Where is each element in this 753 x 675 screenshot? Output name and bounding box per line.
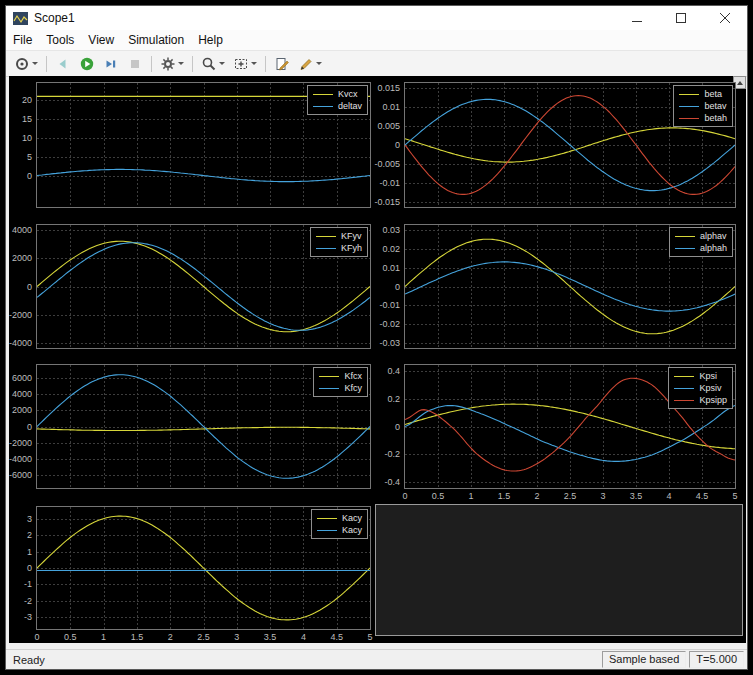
y-tick-label: 0.015 <box>368 83 400 93</box>
y-tick-label: 1 <box>9 547 32 557</box>
legend-label: beta <box>704 89 722 99</box>
legend-entry: Kfcy <box>319 382 362 394</box>
y-tick-label: 0.01 <box>368 102 400 112</box>
y-tick-label: -2000 <box>9 438 32 448</box>
x-tick-label: 2 <box>155 632 185 642</box>
legend: KfcxKfcy <box>313 367 368 397</box>
scope-window: Scope1 File Tools View Simulation Help K… <box>5 5 748 670</box>
step-icon <box>103 56 119 72</box>
y-tick-label: 0.005 <box>368 121 400 131</box>
step-forward-button[interactable] <box>100 52 122 76</box>
save-axes-settings-button[interactable] <box>271 52 293 76</box>
plot-R1[interactable]: betabetavbetah <box>404 82 736 208</box>
legend-line-sample <box>679 118 699 119</box>
legend-entry: KFyh <box>316 242 362 254</box>
legend-label: Kacy <box>342 525 362 535</box>
legend-entry: alphav <box>675 230 727 242</box>
empty-plot-placeholder <box>375 504 743 636</box>
y-tick-label: -0.4 <box>368 477 400 487</box>
legend-entry: beta <box>679 88 727 100</box>
legend-line-sample <box>319 388 339 389</box>
arrow-left-icon <box>55 56 71 72</box>
plot-R3[interactable]: KpsiKpsivKpsipp <box>404 364 736 489</box>
legend-line-sample <box>679 94 699 95</box>
legend-label: Kfcy <box>344 383 362 393</box>
legend-line-sample <box>316 236 336 237</box>
x-tick-label: 3.5 <box>621 491 651 501</box>
legend-line-sample <box>674 388 694 389</box>
legend-label: Kpsi <box>699 371 717 381</box>
y-tick-label: 0.01 <box>368 263 400 273</box>
legend-label: deltav <box>338 101 362 111</box>
ring-icon <box>14 56 30 72</box>
run-button[interactable] <box>76 52 98 76</box>
x-tick-label: 2 <box>522 491 552 501</box>
zoom-button[interactable] <box>198 52 228 76</box>
y-tick-label: 0.2 <box>368 394 400 404</box>
toolbar-separator <box>46 56 47 72</box>
highlight-button[interactable] <box>295 52 325 76</box>
scope-parameters-button[interactable] <box>11 52 41 76</box>
legend-label: alphah <box>700 243 727 253</box>
y-tick-label: -0.01 <box>368 178 400 188</box>
menu-tools[interactable]: Tools <box>39 31 81 49</box>
menu-view[interactable]: View <box>81 31 121 49</box>
legend-entry: Kpsipp <box>674 394 727 406</box>
plot-R2[interactable]: alphavalphah <box>404 224 736 349</box>
pencil-icon <box>298 56 314 72</box>
x-tick-label: 2.5 <box>555 491 585 501</box>
legend-line-sample <box>317 530 337 531</box>
plot-L4[interactable]: KacyKacy <box>36 506 371 630</box>
step-back-button[interactable] <box>52 52 74 76</box>
y-tick-label: -2000 <box>9 310 32 320</box>
menu-simulation[interactable]: Simulation <box>121 31 191 49</box>
legend-line-sample <box>674 400 694 401</box>
gear-icon <box>160 56 176 72</box>
series-deltav <box>37 169 370 181</box>
close-button[interactable] <box>703 6 747 30</box>
y-tick-label: 10 <box>9 133 32 143</box>
menu-file[interactable]: File <box>6 31 39 49</box>
legend-label: KFyh <box>341 243 362 253</box>
y-tick-label: -3 <box>9 612 32 622</box>
menu-help[interactable]: Help <box>191 31 230 49</box>
x-tick-label: 4 <box>654 491 684 501</box>
plot-L2[interactable]: KFyvKFyh <box>36 224 371 349</box>
y-tick-label: 5 <box>9 152 32 162</box>
x-tick-label: 1 <box>456 491 486 501</box>
stop-icon <box>127 56 143 72</box>
window-title: Scope1 <box>34 11 75 25</box>
fit-to-view-button[interactable] <box>230 52 260 76</box>
legend-line-sample <box>674 376 694 377</box>
fit-icon <box>233 56 249 72</box>
legend-label: betah <box>704 113 727 123</box>
scope-canvas: Kvcxdeltav20151050betabetavbetah0.0150.0… <box>9 76 746 643</box>
maximize-button[interactable] <box>659 6 703 30</box>
y-tick-label: -0.03 <box>368 338 400 348</box>
y-tick-label: -4000 <box>9 454 32 464</box>
y-tick-label: -4000 <box>9 338 32 348</box>
status-text: Ready <box>9 654 599 666</box>
titlebar-drag-area[interactable] <box>75 6 615 30</box>
dropdown-caret-icon <box>32 62 38 65</box>
scope-app-icon <box>13 12 28 25</box>
legend-label: Kpsipp <box>699 395 727 405</box>
y-tick-label: 2000 <box>9 405 32 415</box>
title-bar: Scope1 <box>6 6 747 30</box>
legend: alphavalphah <box>669 227 733 257</box>
status-sample-mode: Sample based <box>602 651 686 668</box>
plot-L1[interactable]: Kvcxdeltav <box>36 82 371 208</box>
status-bar: Ready Sample based T=5.000 <box>6 649 747 669</box>
y-tick-label: 3 <box>9 514 32 524</box>
x-tick-label: 1.5 <box>489 491 519 501</box>
dropdown-caret-icon <box>219 62 225 65</box>
status-time: T=5.000 <box>689 651 744 668</box>
stop-button[interactable] <box>124 52 146 76</box>
y-tick-label: 4000 <box>9 389 32 399</box>
y-tick-label: 0.03 <box>368 225 400 235</box>
y-tick-label: -0.2 <box>368 449 400 459</box>
minimize-button[interactable] <box>615 6 659 30</box>
simulation-settings-button[interactable] <box>157 52 187 76</box>
x-tick-label: 2.5 <box>189 632 219 642</box>
plot-L3[interactable]: KfcxKfcy <box>36 364 371 489</box>
